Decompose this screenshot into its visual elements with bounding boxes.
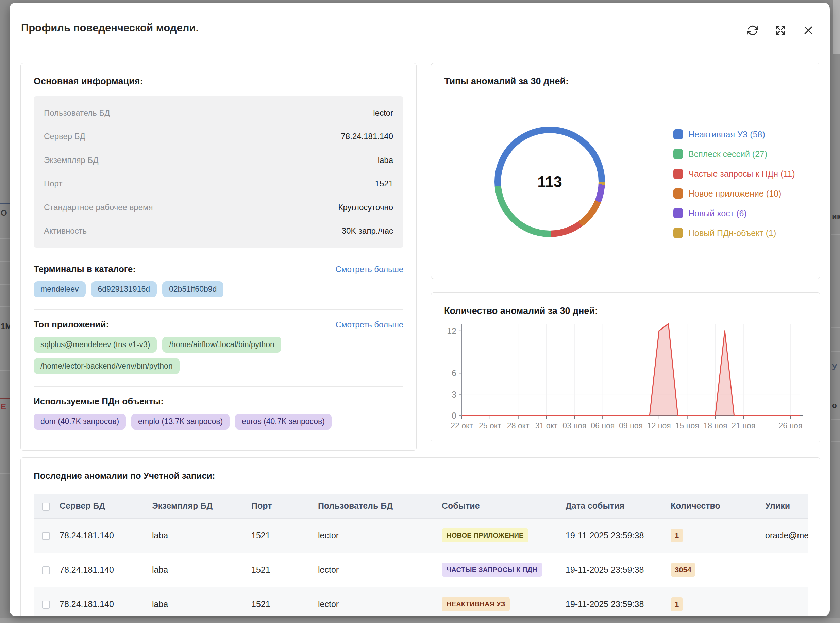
fullscreen-button[interactable] [774, 24, 787, 37]
svg-text:22 окт: 22 окт [451, 421, 473, 430]
info-row: Пользователь БДlector [34, 108, 403, 118]
background-line-fragment [831, 308, 840, 308]
info-row: Сервер БД78.24.181.140 [34, 132, 403, 141]
legend-swatch-icon [673, 149, 683, 159]
table-header-row: Сервер БДЭкземпляр БДПортПользователь БД… [34, 494, 808, 518]
background-text-fragment: У [832, 362, 837, 372]
table-row[interactable]: 78.24.181.140laba1521lectorНОВОЕ ПРИЛОЖЕ… [34, 518, 808, 552]
anomaly-count-title: Количество аномалий за 30 дней: [444, 306, 807, 316]
refresh-icon [747, 25, 759, 36]
info-value: 1521 [375, 179, 393, 189]
background-line-fragment [0, 370, 9, 371]
svg-text:18 ноя: 18 ноя [703, 421, 728, 430]
legend-label: Всплеск сессий (27) [688, 149, 767, 159]
info-label: Стандартное рабочее время [44, 203, 153, 212]
legend-swatch-icon [673, 228, 683, 238]
divider [34, 386, 403, 387]
recent-anomalies-card: Последние аномалии по Учетной записи: Се… [20, 457, 820, 616]
legend-item[interactable]: Новое приложение (10) [673, 184, 795, 203]
legend-item[interactable]: Всплеск сессий (27) [673, 144, 795, 164]
column-header: Дата события [560, 494, 665, 518]
cell-evidence [760, 552, 808, 587]
legend-item[interactable]: Новый ПДн-объект (1) [673, 223, 795, 243]
cell-port: 1521 [246, 587, 313, 616]
legend-label: Новое приложение (10) [688, 189, 781, 199]
background-line-fragment [831, 234, 840, 235]
svg-text:25 окт: 25 окт [479, 421, 501, 430]
info-label: Активность [44, 226, 87, 236]
terminal-pill: 02b51ff60b9d [162, 281, 223, 297]
cell-server: 78.24.181.140 [54, 518, 147, 552]
background-line-fragment [831, 199, 840, 199]
info-value: 30K запр./час [342, 226, 393, 236]
background-line-fragment [0, 261, 9, 262]
table-row[interactable]: 78.24.181.140laba1521lectorНЕАКТИВНАЯ УЗ… [34, 587, 808, 616]
info-label: Сервер БД [44, 132, 85, 141]
info-value: 78.24.181.140 [341, 132, 393, 141]
donut-legend: Неактивная УЗ (58)Всплеск сессий (27)Час… [673, 124, 795, 243]
refresh-button[interactable] [746, 24, 759, 37]
legend-item[interactable]: Новый хост (6) [673, 203, 795, 223]
cell-instance: laba [147, 518, 246, 552]
background-text-fragment: 1М [1, 322, 9, 331]
column-header: Пользователь БД [313, 494, 436, 518]
count-badge: 3054 [671, 563, 696, 577]
cell-event: НОВОЕ ПРИЛОЖЕНИЕ [436, 518, 560, 552]
background-line-fragment [0, 398, 9, 399]
basic-info-title: Основная информация: [34, 76, 403, 87]
svg-text:28 окт: 28 окт [507, 421, 530, 430]
backdrop-left-strip: О1МЕ [0, 0, 9, 623]
row-checkbox[interactable] [42, 566, 50, 574]
legend-item[interactable]: Частые запросы к ПДн (11) [673, 164, 795, 184]
svg-text:21 ноя: 21 ноя [731, 421, 755, 430]
behavior-profile-modal: Профиль поведенческой модели. Основная [9, 3, 830, 616]
cell-count: 1 [665, 587, 760, 616]
legend-label: Частые запросы к ПДн (11) [688, 169, 795, 179]
cell-event: ЧАСТЫЕ ЗАПРОСЫ К ПДН [436, 552, 560, 587]
table-row[interactable]: 78.24.181.140laba1521lectorЧАСТЫЕ ЗАПРОС… [34, 552, 808, 587]
column-header: Улики [760, 494, 808, 518]
legend-label: Неактивная УЗ (58) [688, 130, 765, 140]
cell-count: 1 [665, 518, 760, 552]
svg-text:03 ноя: 03 ноя [562, 421, 586, 430]
background-line-fragment [0, 306, 9, 307]
cell-count: 3054 [665, 552, 760, 587]
anomaly-types-title: Типы аномалий за 30 дней: [444, 76, 807, 87]
close-button[interactable] [802, 24, 815, 37]
anomaly-count-area-chart: 22 окт25 окт28 окт31 окт03 ноя06 ноя09 н… [439, 321, 808, 439]
count-badge: 1 [671, 529, 683, 542]
svg-text:3: 3 [451, 390, 456, 399]
info-row: Экземпляр БДlaba [34, 155, 403, 165]
row-checkbox-cell [34, 587, 54, 616]
fullscreen-icon [775, 25, 786, 36]
legend-swatch-icon [673, 129, 683, 140]
legend-swatch-icon [673, 208, 683, 218]
event-badge: ЧАСТЫЕ ЗАПРОСЫ К ПДН [442, 563, 542, 577]
anomalies-table: Сервер БДЭкземпляр БДПортПользователь БД… [34, 494, 808, 616]
row-checkbox[interactable] [42, 600, 50, 609]
terminals-title: Терминалы в каталоге: [34, 264, 136, 275]
info-row: Активность30K запр./час [34, 226, 403, 236]
basic-info-card: Основная информация: Пользователь БДlect… [20, 63, 416, 451]
background-line-fragment [0, 284, 9, 285]
background-line-fragment [0, 473, 9, 474]
legend-swatch-icon [673, 169, 683, 179]
row-checkbox[interactable] [42, 532, 50, 540]
terminals-section-header: Терминалы в каталоге: Смотреть больше [34, 264, 403, 275]
background-line-fragment [0, 348, 9, 348]
select-all-checkbox[interactable] [42, 503, 50, 511]
svg-text:31 окт: 31 окт [535, 421, 558, 430]
cell-evidence: oracle@me [760, 518, 808, 552]
background-scrollbar [833, 0, 840, 54]
donut-hole: 113 [501, 133, 599, 230]
event-badge: НЕАКТИВНАЯ УЗ [442, 597, 510, 611]
terminals-see-more-link[interactable]: Смотреть больше [336, 265, 403, 274]
info-label: Порт [44, 179, 62, 189]
apps-see-more-link[interactable]: Смотреть больше [336, 320, 403, 330]
background-line-fragment [0, 203, 9, 204]
cell-port: 1521 [246, 518, 313, 552]
info-value: lector [373, 108, 393, 118]
svg-text:06 ноя: 06 ноя [591, 421, 614, 430]
legend-item[interactable]: Неактивная УЗ (58) [673, 124, 795, 144]
svg-text:26 ноя: 26 ноя [779, 421, 802, 430]
